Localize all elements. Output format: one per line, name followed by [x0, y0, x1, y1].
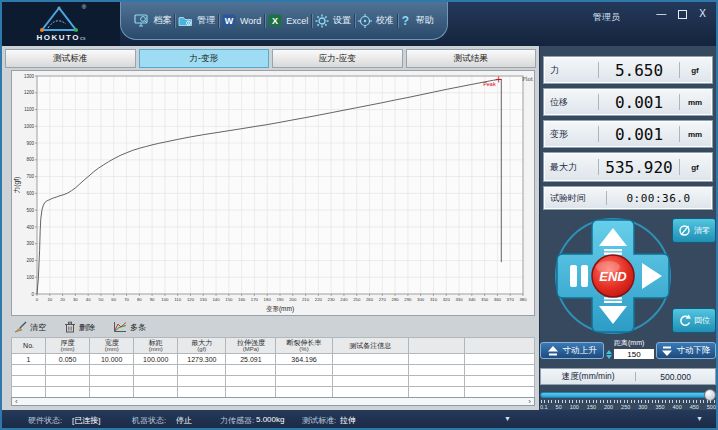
distance-input[interactable]: [613, 348, 655, 360]
table-row-empty[interactable]: [12, 365, 535, 376]
column-header: 宽度(mm): [90, 338, 134, 354]
svg-text:300: 300: [417, 297, 425, 302]
statusbar-dropdown-icon[interactable]: ▼: [504, 415, 511, 422]
home-button-label: 回位: [694, 315, 710, 326]
end-stop-button[interactable]: END: [592, 255, 634, 297]
table-cell: [46, 387, 90, 398]
readout-unit: mm: [684, 130, 706, 139]
folder-icon: [178, 15, 193, 27]
column-header: [408, 338, 464, 354]
svg-text:330: 330: [455, 297, 463, 302]
svg-text:1300: 1300: [24, 74, 35, 79]
svg-text:1000: 1000: [24, 124, 35, 129]
statusbar-dropdown-icon[interactable]: ▼: [696, 415, 703, 422]
horizontal-scrollbar[interactable]: ‹ ›: [11, 397, 535, 406]
slider-tick-label: 0.1: [540, 404, 548, 410]
column-header: 厚度(mm): [46, 338, 90, 354]
svg-text:270: 270: [379, 297, 387, 302]
zero-button-label: 清零: [694, 225, 710, 236]
svg-text:320: 320: [443, 297, 451, 302]
menu-item-help[interactable]: ? 帮助: [400, 14, 433, 27]
svg-text:200: 200: [26, 258, 34, 263]
speed-slider-track[interactable]: [540, 392, 716, 398]
svg-text:380: 380: [519, 297, 527, 302]
table-cell: [408, 354, 464, 365]
menu-item-manage[interactable]: 管理: [178, 14, 215, 27]
svg-text:150: 150: [225, 297, 233, 302]
menu-item-word[interactable]: W Word: [222, 14, 261, 27]
svg-text:60: 60: [111, 297, 116, 302]
titlebar: ® HOKUTOcs 档案 管理: [2, 2, 716, 46]
clear-chart-button[interactable]: 清空: [14, 321, 46, 333]
close-button[interactable]: X: [699, 9, 706, 19]
menu-item-excel[interactable]: X Excel: [268, 14, 308, 27]
table-cell: [134, 365, 178, 376]
svg-text:50: 50: [99, 297, 104, 302]
svg-text:140: 140: [212, 297, 220, 302]
restore-button[interactable]: [678, 10, 687, 19]
svg-text:190: 190: [276, 297, 284, 302]
table-cell: [226, 376, 276, 387]
table-cell: [226, 387, 276, 398]
scroll-left-icon[interactable]: ‹: [15, 397, 18, 406]
menu-separator: [218, 14, 219, 28]
table-row-empty[interactable]: [12, 387, 535, 398]
help-icon: ?: [400, 14, 411, 27]
delete-button[interactable]: 删除: [64, 321, 95, 333]
tab-force-deformation[interactable]: 力-变形: [139, 49, 270, 68]
table-cell: [134, 376, 178, 387]
minimize-button[interactable]: —: [656, 9, 666, 19]
svg-text:180: 180: [264, 297, 272, 302]
excel-icon: X: [268, 14, 282, 27]
readout-unit: gf: [684, 66, 706, 75]
svg-text:370: 370: [507, 297, 515, 302]
slider-tick-label: 100: [570, 404, 579, 410]
svg-text:70: 70: [124, 297, 129, 302]
tab-stress-strain[interactable]: 应力-应变: [272, 49, 403, 68]
table-cell: [46, 376, 90, 387]
home-button[interactable]: 回位: [672, 308, 716, 333]
svg-text:400: 400: [26, 225, 34, 230]
table-cell: [90, 387, 134, 398]
machine-status-value: 停止: [176, 415, 192, 426]
menu-item-archive[interactable]: 档案: [134, 14, 171, 27]
speed-slider-labels: 0.150100150200250300350400450500: [540, 404, 716, 410]
menu-item-settings[interactable]: 设置: [315, 14, 351, 28]
speed-slider-ticks: [541, 400, 715, 403]
menu-item-calibrate[interactable]: 校准: [358, 14, 394, 28]
tab-test-standard[interactable]: 测试标准: [5, 49, 136, 68]
column-header: 测试备注信息: [332, 338, 408, 354]
chart-toolbar: 清空 删除 多条: [14, 319, 146, 335]
svg-text:100: 100: [26, 275, 34, 280]
window-controls: — X: [656, 9, 706, 19]
svg-text:END: END: [599, 269, 627, 284]
table-cell: [408, 365, 464, 376]
readout-label: 最大力: [550, 161, 594, 174]
tab-test-result[interactable]: 测试结果: [406, 49, 537, 68]
curves-icon: [113, 321, 127, 333]
zero-button[interactable]: 清零: [672, 218, 716, 243]
svg-text:110: 110: [174, 297, 181, 302]
crosshair-icon: [358, 14, 372, 28]
table-row-empty[interactable]: [12, 376, 535, 387]
svg-text:90: 90: [150, 297, 155, 302]
distance-spinner[interactable]: [606, 350, 612, 359]
results-table: No.厚度(mm)宽度(mm)标距(mm)最大力(gf)拉伸强度(MPa)断裂伸…: [11, 337, 535, 398]
readout-unit: mm: [684, 98, 706, 107]
jog-down-button[interactable]: 寸动下降: [656, 342, 716, 359]
svg-text:310: 310: [430, 297, 438, 302]
svg-text:200: 200: [289, 297, 297, 302]
table-cell: 0.050: [46, 354, 90, 365]
table-cell: [332, 387, 408, 398]
jog-control-pad: END: [551, 214, 675, 338]
jog-up-button[interactable]: 寸动上升: [540, 342, 604, 359]
slider-tick-label: 200: [604, 404, 613, 410]
app-logo: ® HOKUTOcs: [2, 2, 120, 46]
scroll-right-icon[interactable]: ›: [528, 397, 531, 406]
table-row[interactable]: 10.05010.000100.0001279.30025.091364.196: [12, 354, 535, 365]
menu-label: Excel: [286, 16, 308, 26]
table-cell: [178, 376, 226, 387]
multi-curve-button[interactable]: 多条: [113, 321, 146, 333]
table-cell: [332, 354, 408, 365]
gear-icon: [315, 14, 329, 28]
